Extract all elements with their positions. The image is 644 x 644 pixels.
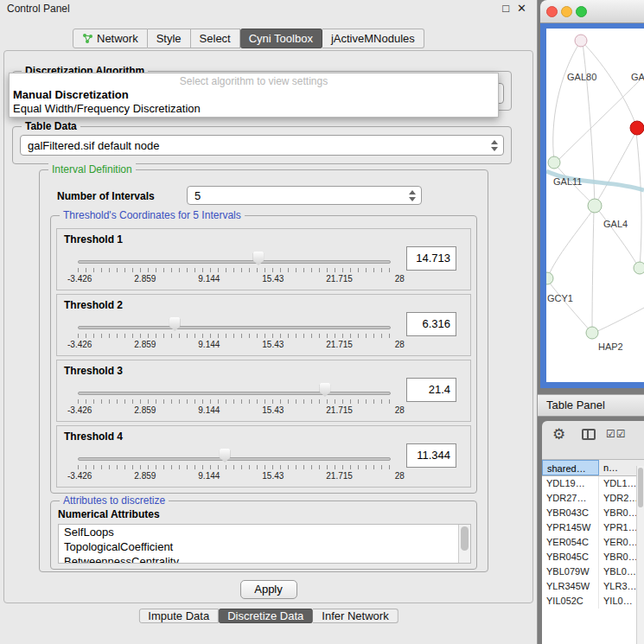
list-item-topologicalcoefficient[interactable]: TopologicalCoefficient [59, 539, 470, 554]
column-header-shared-name[interactable]: shared… [542, 460, 599, 475]
threshold-1-value-field[interactable]: 14.713 [406, 246, 456, 271]
screen: Control Panel □ ✕ Network Style Select C… [0, 0, 644, 644]
table-data-group: Table Data galFiltered.sif default node [12, 126, 512, 164]
slider-scale-label: 2.859 [134, 340, 156, 349]
close-icon[interactable]: ✕ [517, 2, 526, 15]
threshold-3-value-field[interactable]: 21.4 [406, 378, 456, 402]
table-cell[interactable]: YPR145W [542, 520, 599, 535]
slider-track[interactable] [78, 457, 391, 461]
node-label[interactable]: GCY1 [547, 293, 573, 303]
table-row[interactable]: YDL19…YDL1… [542, 476, 644, 491]
list-item-betweennesscentrality[interactable]: BetweennessCentrality [59, 554, 470, 564]
tab-infer-network[interactable]: Infer Network [313, 609, 398, 623]
table-cell[interactable]: YDR27… [542, 491, 599, 506]
float-icon[interactable]: □ [502, 2, 509, 15]
minimize-traffic-light-icon[interactable] [561, 6, 572, 17]
network-icon [82, 33, 93, 44]
table-cell[interactable]: YER054C [542, 535, 599, 550]
threshold-2-value-field[interactable]: 6.316 [406, 312, 456, 336]
slider-scale: -3.4262.8599.14415.4321.71528 [67, 274, 405, 284]
tab-discretize-data[interactable]: Discretize Data [219, 609, 313, 623]
tab-cyni-toolbox[interactable]: Cyni Toolbox [240, 29, 322, 48]
tab-label: Impute Data [148, 609, 209, 622]
close-traffic-light-icon[interactable] [546, 6, 558, 17]
table-row[interactable]: YER054CYER0… [542, 535, 644, 550]
combo-arrows-icon [409, 190, 417, 201]
slider-scale-label: 2.859 [134, 274, 156, 284]
slider-ticks [78, 268, 391, 272]
slider-scale-label: 28 [395, 340, 405, 349]
table-panel-titlebar: Table Panel [538, 394, 644, 417]
threshold-3-slider[interactable]: -3.4262.8599.14415.4321.71528 [78, 360, 391, 423]
table-row[interactable]: YIL052CYIL0… [542, 594, 644, 609]
table-scrollbar-thumb[interactable] [638, 468, 643, 507]
top-tab-bar: Network Style Select Cyni Toolbox jActiv… [73, 29, 424, 48]
group-title: Threshold's Coordinates for 5 Intervals [60, 209, 245, 221]
tab-label: Network [97, 32, 138, 45]
gear-icon[interactable]: ⚙ [552, 425, 565, 443]
table-cell[interactable]: YBR043C [542, 506, 599, 520]
threshold-4-value-field[interactable]: 11.344 [406, 443, 456, 468]
tab-label: Discretize Data [227, 609, 303, 622]
node-label[interactable]: GAL80 [567, 72, 596, 82]
tab-style[interactable]: Style [148, 29, 191, 48]
slider-scale-label: 9.144 [198, 274, 220, 284]
table-row[interactable]: YPR145WYPR1… [542, 520, 644, 535]
threshold-2-slider[interactable]: -3.4262.8599.14415.4321.71528 [78, 295, 391, 357]
threshold-4-block: Threshold 4 -3.4262.8599.14415.4321.7152… [56, 425, 471, 488]
table-cell[interactable]: YLR345W [542, 579, 599, 594]
node-label[interactable]: HAP2 [598, 341, 623, 352]
dropdown-option-equal-width-frequency[interactable]: Equal Width/Frequency Discretization [10, 102, 498, 116]
slider-scale-label: 2.859 [134, 405, 156, 415]
table-cell[interactable]: YDL19… [542, 476, 599, 491]
group-title: Interval Definition [48, 163, 136, 175]
threshold-1-slider[interactable]: -3.4262.8599.14415.4321.71528 [78, 229, 391, 291]
bottom-tab-bar: Impute Data Discretize Data Infer Networ… [138, 609, 398, 623]
list-scrollbar[interactable] [458, 525, 470, 563]
table-row[interactable]: YBL079WYBL0… [542, 564, 644, 579]
slider-track[interactable] [78, 326, 391, 329]
slider-scale-label: 21.715 [326, 471, 353, 481]
threshold-4-slider[interactable]: -3.4262.8599.14415.4321.71528 [78, 426, 391, 488]
list-item-selfloops[interactable]: SelfLoops [59, 525, 470, 539]
node-label[interactable]: GAL4 [603, 219, 628, 229]
thresholds-group: Threshold's Coordinates for 5 Intervals … [50, 215, 477, 494]
dropdown-prompt: Select algorithm to view settings [10, 75, 498, 88]
slider-scale-label: 21.715 [326, 340, 353, 349]
table-data-select[interactable]: galFiltered.sif default node [20, 135, 504, 156]
combo-arrows-icon [491, 140, 499, 151]
node-label[interactable]: GAL11 [553, 176, 582, 187]
slider-scale-label: 15.43 [262, 471, 284, 481]
zoom-traffic-light-icon[interactable] [576, 6, 587, 17]
apply-button[interactable]: Apply [240, 580, 297, 599]
select-columns-checkboxes-icon[interactable]: ☑☑ [606, 428, 627, 440]
tab-impute-data[interactable]: Impute Data [138, 609, 219, 623]
slider-ticks [78, 399, 391, 404]
table-cell[interactable]: YBR045C [542, 550, 599, 564]
node-label[interactable]: GAL8 [631, 72, 644, 82]
number-of-intervals-select[interactable]: 5 [187, 186, 422, 205]
table-cell[interactable]: YBL079W [542, 564, 599, 579]
table-scrollbar[interactable] [636, 466, 644, 644]
columns-icon[interactable] [582, 429, 596, 440]
threshold-3-block: Threshold 3 -3.4262.8599.14415.4321.7152… [56, 360, 471, 422]
slider-scale-label: -3.426 [67, 274, 92, 284]
network-window-titlebar [540, 0, 644, 23]
tab-select[interactable]: Select [191, 29, 240, 48]
slider-track[interactable] [78, 260, 391, 264]
tab-jactivemnodules[interactable]: jActiveMNodules [322, 29, 424, 48]
slider-track[interactable] [78, 392, 391, 395]
slider-scale-label: 9.144 [198, 340, 220, 349]
table-row[interactable]: YLR345WYLR3… [542, 579, 644, 594]
table-row[interactable]: YDR27…YDR2… [542, 491, 644, 506]
dropdown-option-manual-discretization[interactable]: Manual Discretization [10, 88, 498, 102]
table-row[interactable]: YBR043CYBR0… [542, 506, 644, 520]
table-cell[interactable]: YIL052C [542, 594, 599, 609]
table-row[interactable]: YBR045CYBR0… [542, 550, 644, 564]
network-canvas[interactable]: GAL80 GAL8 GAL11 GAL4 GCY1 HAP2 [546, 29, 644, 382]
tab-network[interactable]: Network [73, 29, 148, 48]
numerical-attributes-label: Numerical Attributes [58, 508, 160, 520]
list-scrollbar-thumb[interactable] [461, 526, 469, 551]
slider-scale-label: 15.43 [262, 405, 284, 415]
algorithm-dropdown-popup: Select algorithm to view settings Manual… [9, 73, 499, 118]
